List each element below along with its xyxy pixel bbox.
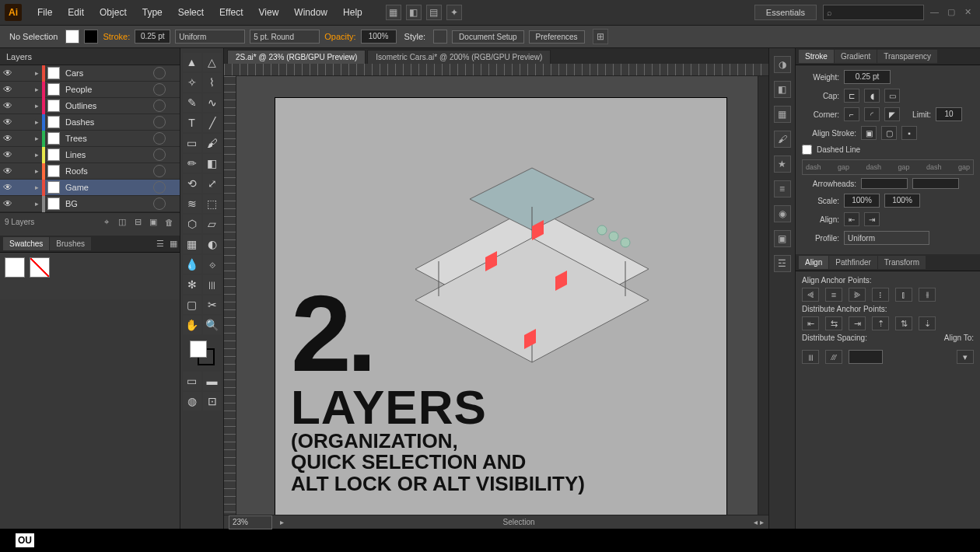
align-arrow-2[interactable]: ⇥ <box>864 212 880 226</box>
align-stroke-center[interactable]: ▣ <box>861 126 877 140</box>
expand-chevron-icon[interactable]: ▸ <box>31 151 42 159</box>
menu-view[interactable]: View <box>253 4 285 21</box>
eyedropper-tool[interactable]: 💧 <box>183 255 201 274</box>
minimize-icon[interactable]: — <box>930 7 941 18</box>
pathfinder-tab[interactable]: Pathfinder <box>829 256 877 269</box>
appearance-panel-icon[interactable]: ◉ <box>774 205 791 222</box>
zoom-dropdown[interactable]: 23% <box>229 515 272 529</box>
line-tool[interactable]: ╱ <box>203 114 222 132</box>
mesh-tool[interactable]: ▦ <box>183 235 201 253</box>
dist-1-icon[interactable]: ⇤ <box>802 316 819 330</box>
rectangle-tool[interactable]: ▭ <box>183 134 201 152</box>
pencil-tool[interactable]: ✏ <box>183 154 201 173</box>
swatches-panel-icon[interactable]: ▦ <box>774 106 791 123</box>
visibility-toggle[interactable]: 👁 <box>0 100 16 111</box>
color-panel-icon[interactable]: ◑ <box>774 56 791 73</box>
zoom-tool[interactable]: 🔍 <box>203 316 222 334</box>
dist-5-icon[interactable]: ⇅ <box>895 316 912 330</box>
align-arrow-1[interactable]: ⇤ <box>844 212 859 226</box>
align-pref-icon[interactable]: ⊞ <box>593 29 608 44</box>
symbol-sprayer-tool[interactable]: ✻ <box>183 275 201 294</box>
align-stroke-outside[interactable]: ▪ <box>901 126 917 140</box>
brush-definition-dropdown[interactable]: 5 pt. Round <box>250 30 320 44</box>
transform-tab[interactable]: Transform <box>878 256 926 269</box>
target-icon[interactable] <box>153 67 166 79</box>
expand-chevron-icon[interactable]: ▸ <box>31 135 42 142</box>
delete-layer-icon[interactable]: 🗑 <box>163 216 175 229</box>
magic-wand-tool[interactable]: ✧ <box>183 73 201 92</box>
align-stroke-inside[interactable]: ▢ <box>881 126 897 140</box>
draw-mode-icon[interactable]: ◍ <box>183 392 201 411</box>
canvas[interactable]: 2. LAYERS (ORGANIZATION, QUICK SELECTION… <box>236 76 758 515</box>
layout-icon[interactable]: ▦ <box>386 5 401 20</box>
stroke-tab[interactable]: Stroke <box>799 50 834 63</box>
arrange-icon[interactable]: ▤ <box>426 5 442 20</box>
align-right-icon[interactable]: ⫸ <box>849 288 866 302</box>
layer-row-lines[interactable]: 👁▸Lines <box>0 147 180 163</box>
layer-name[interactable]: Roofs <box>62 166 150 176</box>
screen-mode-normal[interactable]: ▭ <box>183 372 201 390</box>
close-icon[interactable]: ✕ <box>964 7 975 18</box>
scale-tool[interactable]: ⤢ <box>203 174 222 193</box>
graphic-style-swatch[interactable] <box>433 30 447 44</box>
graph-tool[interactable]: ⫼ <box>203 275 222 294</box>
swatches-tab[interactable]: Swatches <box>3 237 49 250</box>
opacity-field[interactable]: 100% <box>361 30 397 44</box>
arrow-end-dropdown[interactable] <box>912 178 959 189</box>
direct-selection-tool[interactable]: △ <box>203 53 222 72</box>
workspace-switcher[interactable]: Essentials <box>754 5 817 20</box>
paintbrush-tool[interactable]: 🖌 <box>203 134 222 152</box>
dist-2-icon[interactable]: ⇆ <box>825 316 842 330</box>
graphic-styles-icon[interactable]: ▣ <box>774 230 791 247</box>
align-hcenter-icon[interactable]: ≡ <box>825 288 842 302</box>
selection-tool[interactable]: ▲ <box>183 53 201 72</box>
expand-chevron-icon[interactable]: ▸ <box>31 200 42 208</box>
dist-space-h-icon[interactable]: ⫻ <box>825 350 842 364</box>
fill-color-icon[interactable] <box>190 341 207 358</box>
search-input[interactable]: ⌕ <box>823 5 924 20</box>
perspective-tool[interactable]: ▱ <box>203 215 222 233</box>
visibility-toggle[interactable]: 👁 <box>0 133 16 144</box>
target-icon[interactable] <box>153 83 166 96</box>
dist-space-v-icon[interactable]: ⫼ <box>802 350 819 364</box>
visibility-toggle[interactable]: 👁 <box>0 149 16 160</box>
arrow-start-dropdown[interactable] <box>861 178 908 189</box>
visibility-toggle[interactable]: 👁 <box>0 182 16 193</box>
rotate-tool[interactable]: ⟲ <box>183 174 201 193</box>
align-vcenter-icon[interactable]: ⫿ <box>895 288 912 302</box>
expand-chevron-icon[interactable]: ▸ <box>31 167 42 175</box>
target-icon[interactable] <box>153 116 166 128</box>
align-bottom-icon[interactable]: ⫵ <box>919 288 936 302</box>
stroke-panel-icon[interactable]: ≡ <box>774 180 791 197</box>
make-clip-icon[interactable]: ◫ <box>116 216 128 229</box>
cap-projecting[interactable]: ▭ <box>884 89 900 103</box>
layer-name[interactable]: BG <box>62 199 150 208</box>
artboard[interactable]: 2. LAYERS (ORGANIZATION, QUICK SELECTION… <box>275 98 726 515</box>
scale-start-field[interactable]: 100% <box>844 194 880 208</box>
layer-row-cars[interactable]: 👁▸Cars <box>0 65 180 82</box>
layer-row-dashes[interactable]: 👁▸Dashes <box>0 114 180 131</box>
visibility-toggle[interactable]: 👁 <box>0 84 16 95</box>
menu-effect[interactable]: Effect <box>213 4 249 21</box>
swatch-white[interactable] <box>5 257 25 278</box>
layer-name[interactable]: Outlines <box>62 101 150 110</box>
dist-6-icon[interactable]: ⇣ <box>919 316 936 330</box>
transparency-tab[interactable]: Transparency <box>877 50 937 63</box>
lasso-tool[interactable]: ⌇ <box>203 73 222 92</box>
blend-tool[interactable]: ⟐ <box>203 255 222 274</box>
ruler-vertical[interactable] <box>224 76 236 515</box>
change-screen-icon[interactable]: ⊡ <box>203 392 222 411</box>
profile-dropdown[interactable]: Uniform <box>844 231 929 245</box>
brushes-tab[interactable]: Brushes <box>50 237 91 250</box>
gradient-tool[interactable]: ◐ <box>203 235 222 253</box>
layer-row-trees[interactable]: 👁▸Trees <box>0 131 180 147</box>
document-tab-1[interactable]: 2S.ai* @ 23% (RGB/GPU Preview) <box>227 50 366 64</box>
expand-chevron-icon[interactable]: ▸ <box>31 69 42 77</box>
corner-miter[interactable]: ⌐ <box>844 107 859 121</box>
color-guide-icon[interactable]: ◧ <box>774 81 791 98</box>
expand-chevron-icon[interactable]: ▸ <box>31 118 42 126</box>
layer-name[interactable]: Dashes <box>62 117 150 127</box>
swatches-grid-icon[interactable]: ▦ <box>167 238 180 250</box>
visibility-toggle[interactable]: 👁 <box>0 68 16 79</box>
align-to-dropdown[interactable]: ▾ <box>957 350 974 364</box>
